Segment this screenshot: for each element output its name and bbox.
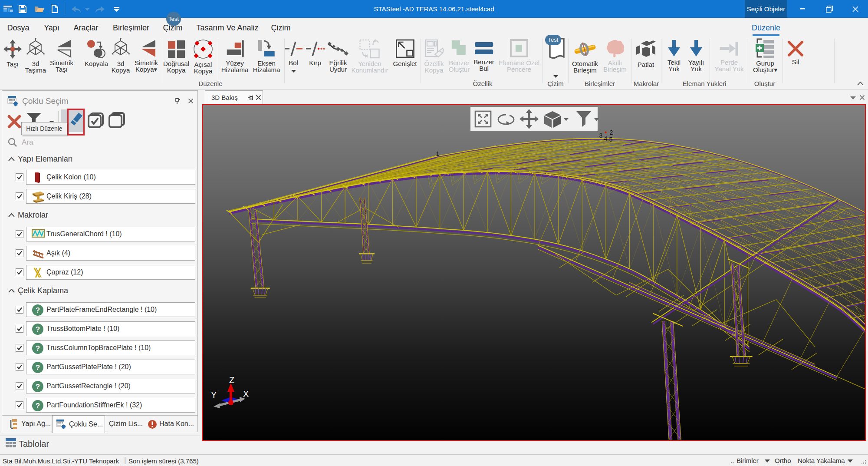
svg-text:?: ? <box>36 402 40 410</box>
svg-text:2: 2 <box>610 129 613 136</box>
svg-text:?: ? <box>36 364 40 372</box>
svg-text:3: 3 <box>599 132 603 139</box>
svg-text:X: X <box>243 389 249 399</box>
svg-text:?: ? <box>36 325 40 334</box>
svg-text:4: 4 <box>604 135 608 142</box>
svg-text:5: 5 <box>609 136 613 143</box>
svg-text:Y: Y <box>211 390 217 400</box>
svg-text:?: ? <box>36 344 40 353</box>
svg-text:1: 1 <box>436 150 440 157</box>
svg-text:?: ? <box>36 383 40 391</box>
svg-text:Z: Z <box>229 375 234 385</box>
svg-text:?: ? <box>36 306 40 314</box>
